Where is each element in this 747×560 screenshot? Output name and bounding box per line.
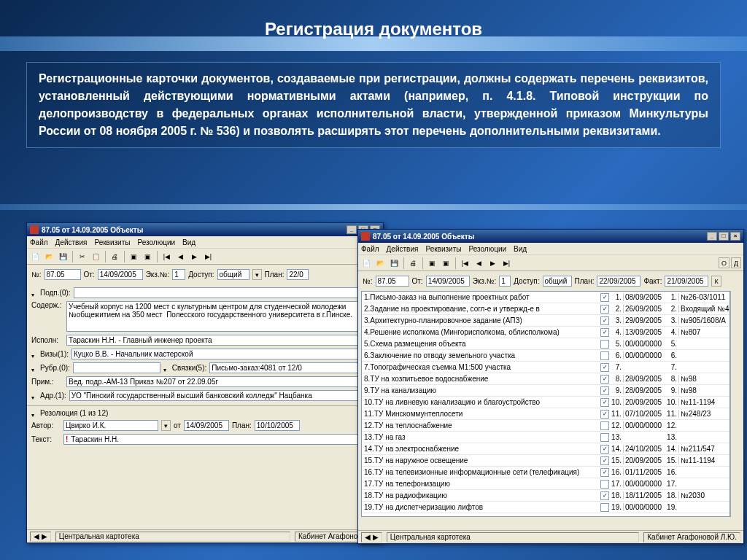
list-item[interactable]: 18.ТУ на радиофикацию✓18.18/11/200518.№2…	[362, 490, 729, 502]
row-checkbox[interactable]: ✓	[600, 468, 609, 477]
list-item[interactable]: 14.ТУ на электроснабжение✓14.24/10/20051…	[362, 443, 729, 455]
plan-input[interactable]	[287, 269, 309, 280]
nav-prev-icon[interactable]: ◀	[473, 257, 485, 269]
row-checkbox[interactable]: ✓	[600, 445, 609, 454]
list-item[interactable]: 15.ТУ на наружное освещение✓15.20/09/200…	[362, 455, 729, 467]
tool-new-icon[interactable]: 📄	[29, 250, 42, 262]
list-item[interactable]: 9.ТУ на канализацию✓9.28/09/20059.№98	[362, 385, 729, 397]
menu-view[interactable]: Вид	[182, 238, 196, 246]
tool-save-icon[interactable]: 💾	[57, 250, 69, 262]
nav-last-icon[interactable]: ▶|	[202, 250, 214, 262]
prim-input[interactable]	[66, 376, 379, 387]
close-button[interactable]: ×	[730, 232, 740, 241]
access-input[interactable]	[217, 269, 249, 280]
access-input[interactable]	[543, 276, 572, 287]
row-checkbox[interactable]: ✓	[600, 410, 609, 419]
row-checkbox[interactable]	[600, 421, 609, 430]
author-lookup[interactable]: ▾	[161, 420, 171, 431]
from-input[interactable]	[426, 276, 470, 287]
no-input[interactable]	[44, 269, 81, 280]
minimize-button[interactable]: _	[347, 225, 357, 234]
row-checkbox[interactable]	[600, 480, 609, 489]
nav-next-icon[interactable]: ▶	[188, 250, 201, 262]
list-item[interactable]: 10.ТУ на ливневую канализацию и благоуст…	[362, 397, 729, 408]
vizy-input[interactable]	[71, 349, 379, 359]
no-input[interactable]	[376, 276, 409, 287]
titlebar[interactable]: 87.05 от 14.09.2005 Объекты _ □ ×	[27, 223, 383, 236]
access-dropdown[interactable]: ▾	[252, 269, 262, 280]
list-item[interactable]: 3.Архитектурно-планировочное задание (АП…	[362, 315, 729, 327]
row-checkbox[interactable]: ✓	[600, 363, 609, 372]
menu-res[interactable]: Резолюции	[137, 238, 175, 246]
tool-misc-icon[interactable]: ▣	[440, 257, 452, 269]
expand-icon[interactable]	[31, 351, 37, 357]
expand-icon[interactable]	[163, 365, 169, 371]
tool-misc-icon[interactable]: ▣	[128, 250, 140, 262]
fact-input[interactable]	[665, 276, 708, 287]
tool-open-icon[interactable]: 📂	[374, 257, 387, 269]
podp-input[interactable]	[74, 287, 379, 298]
expand-icon[interactable]	[31, 365, 37, 371]
row-checkbox[interactable]	[600, 340, 609, 349]
row-checkbox[interactable]: ✓	[600, 305, 609, 314]
rubr-input[interactable]	[73, 362, 160, 373]
tool-cut-icon[interactable]: ✂	[76, 250, 88, 262]
maximize-button[interactable]: □	[719, 232, 729, 241]
menu-res[interactable]: Резолюции	[468, 245, 506, 253]
menu-actions[interactable]: Действия	[55, 238, 88, 246]
expand-icon[interactable]	[31, 290, 37, 296]
tool-copy-icon[interactable]: 📋	[90, 250, 102, 262]
row-checkbox[interactable]	[600, 351, 609, 360]
list-item[interactable]: 19.ТУ на диспетчеризацию лифтов19.00/00/…	[362, 502, 729, 513]
plan-input[interactable]	[597, 276, 640, 287]
tool-misc-icon[interactable]: ▣	[142, 250, 154, 262]
author-input[interactable]	[63, 420, 158, 431]
nav-first-icon[interactable]: |◀	[459, 257, 471, 269]
titlebar[interactable]: 87.05 от 14.09.2005 Объекты _ □ ×	[358, 230, 743, 243]
tool-open-icon[interactable]: 📂	[43, 250, 55, 262]
k-button[interactable]: К	[711, 276, 721, 287]
tool-print-icon[interactable]: 🖨	[109, 250, 121, 262]
list-item[interactable]: 16.ТУ на телевизионные информационные се…	[362, 467, 729, 478]
list-item[interactable]: 12.ТУ на теплоснабжение12.00/00/000012.	[362, 420, 729, 432]
tool-misc-icon[interactable]: ▣	[426, 257, 438, 269]
tool-new-icon[interactable]: 📄	[360, 257, 373, 269]
menu-req[interactable]: Реквизиты	[425, 245, 461, 253]
menu-file[interactable]: Файл	[30, 238, 48, 246]
row-checkbox[interactable]: ✓	[600, 316, 609, 325]
row-checkbox[interactable]: ✓	[600, 491, 609, 500]
svyaz-input[interactable]	[209, 362, 379, 373]
tool-save-icon[interactable]: 💾	[388, 257, 400, 269]
menu-view[interactable]: Вид	[514, 245, 527, 253]
d-button[interactable]: Д	[731, 257, 741, 268]
row-checkbox[interactable]: ✓	[600, 328, 609, 337]
menu-actions[interactable]: Действия	[387, 245, 419, 253]
ex-input[interactable]	[172, 269, 185, 280]
soderzh-textarea[interactable]	[66, 301, 379, 332]
row-checkbox[interactable]	[600, 433, 609, 442]
minimize-button[interactable]: _	[707, 232, 717, 241]
nav-prev-icon[interactable]: ◀	[174, 250, 187, 262]
adr-input[interactable]	[69, 390, 379, 401]
menu-req[interactable]: Реквизиты	[94, 238, 130, 246]
list-item[interactable]: 5.Схема размещения объекта5.00/00/00005.	[362, 338, 729, 350]
status-nav[interactable]: ◀ ▶	[361, 532, 382, 542]
res-from-input[interactable]	[184, 420, 229, 431]
row-checkbox[interactable]	[600, 503, 609, 512]
expand-icon[interactable]	[31, 393, 37, 399]
list-item[interactable]: 7.Топографическая съемка М1:500 участка✓…	[362, 362, 729, 373]
list-item[interactable]: 4.Решение исполкома (Мингорисполкома, об…	[362, 327, 729, 338]
scrollbar[interactable]	[730, 291, 740, 517]
status-nav[interactable]: ◀ ▶	[30, 532, 51, 542]
row-checkbox[interactable]: ✓	[600, 398, 609, 407]
list-item[interactable]: 17.ТУ на телефонизацию17.00/00/000017.	[362, 478, 729, 490]
list-item[interactable]: 1.Письмо-заказ на выполнение проектных р…	[362, 292, 729, 303]
row-checkbox[interactable]: ✓	[600, 293, 609, 302]
o-button[interactable]: О	[719, 257, 729, 268]
nav-first-icon[interactable]: |◀	[160, 250, 173, 262]
row-checkbox[interactable]: ✓	[600, 386, 609, 395]
row-checkbox[interactable]: ✓	[600, 375, 609, 384]
tool-print-icon[interactable]: 🖨	[407, 257, 419, 269]
expand-icon[interactable]	[31, 411, 37, 416]
ex-input[interactable]	[499, 276, 511, 287]
